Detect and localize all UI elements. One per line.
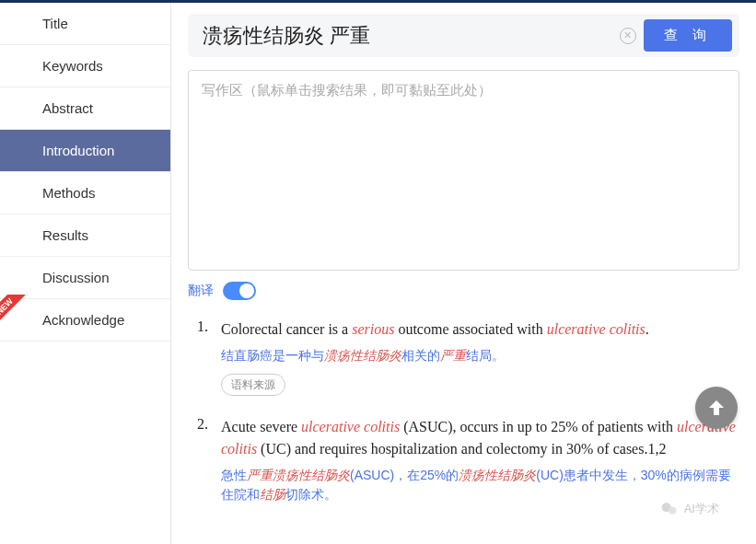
search-input[interactable] (195, 20, 612, 52)
main-panel: ✕ 查 询 写作区（鼠标单击搜索结果，即可黏贴至此处） 翻译 1. Colore… (171, 3, 756, 544)
result-item: 2. Acute severe ulcerative colitis (ASUC… (192, 416, 739, 512)
sidebar-item-results[interactable]: Results (0, 214, 170, 257)
new-badge (0, 295, 26, 328)
query-button[interactable]: 查 询 (644, 19, 732, 52)
sidebar-item-label: Acknowledge (42, 312, 124, 328)
wechat-watermark: AI学术 (660, 500, 719, 518)
result-item: 1. Colorectal cancer is a serious outcom… (192, 318, 739, 396)
watermark-text: AI学术 (684, 501, 719, 517)
scroll-top-button[interactable] (695, 387, 738, 429)
wechat-icon (660, 500, 679, 518)
search-row: ✕ 查 询 (188, 14, 739, 57)
arrow-up-icon (705, 397, 727, 419)
sidebar-item-discussion[interactable]: Discussion (0, 257, 170, 299)
writing-area[interactable]: 写作区（鼠标单击搜索结果，即可黏贴至此处） (188, 70, 739, 271)
corpus-source-button[interactable]: 语料来源 (221, 374, 285, 396)
sidebar-item-acknowledge[interactable]: Acknowledge (0, 299, 170, 341)
result-english: Acute severe ulcerative colitis (ASUC), … (221, 416, 739, 460)
result-body[interactable]: Acute severe ulcerative colitis (ASUC), … (221, 416, 739, 512)
sidebar: Title Keywords Abstract Introduction Met… (0, 3, 171, 544)
clear-icon[interactable]: ✕ (620, 28, 636, 44)
result-chinese: 急性严重溃疡性结肠炎(ASUC)，在25%的溃疡性结肠炎(UC)患者中发生，30… (221, 466, 739, 504)
result-number: 2. (192, 416, 208, 512)
result-number: 1. (192, 318, 208, 396)
sidebar-item-introduction[interactable]: Introduction (0, 130, 170, 172)
result-body[interactable]: Colorectal cancer is a serious outcome a… (221, 318, 739, 396)
container: Title Keywords Abstract Introduction Met… (0, 3, 756, 544)
result-chinese: 结直肠癌是一种与溃疡性结肠炎相关的严重结局。 (221, 346, 739, 365)
sidebar-item-methods[interactable]: Methods (0, 172, 170, 214)
translate-row: 翻译 (188, 282, 739, 300)
result-english: Colorectal cancer is a serious outcome a… (221, 318, 739, 341)
sidebar-item-keywords[interactable]: Keywords (0, 45, 170, 87)
translate-toggle[interactable] (223, 282, 256, 300)
svg-point-1 (669, 507, 676, 515)
sidebar-item-abstract[interactable]: Abstract (0, 87, 170, 130)
translate-label: 翻译 (188, 283, 214, 299)
sidebar-item-title[interactable]: Title (0, 3, 170, 45)
results-list: 1. Colorectal cancer is a serious outcom… (188, 318, 739, 512)
